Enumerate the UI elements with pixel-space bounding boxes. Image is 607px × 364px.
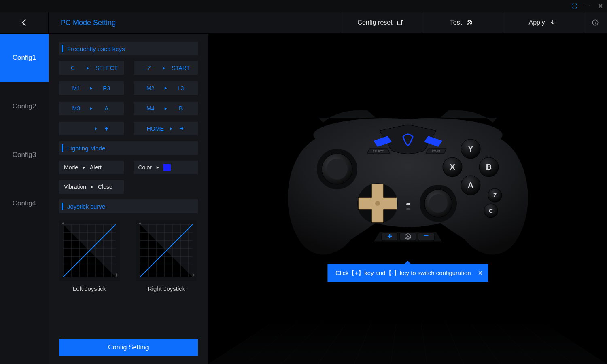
svg-text:B: B bbox=[486, 163, 491, 171]
left-joystick-label: Left Joystick bbox=[73, 285, 106, 292]
section-frequent-keys-label: Frequently used keys bbox=[67, 45, 125, 52]
vibration-dropdown[interactable]: Vibration Close bbox=[59, 180, 124, 194]
keymap-z-start[interactable]: Z START bbox=[134, 61, 198, 75]
topbar: PC Mode Setting Config reset Test Apply bbox=[0, 12, 607, 34]
triangle-right-icon bbox=[90, 185, 94, 189]
keymap-to: START bbox=[172, 65, 190, 71]
section-curve-label: Joystick curve bbox=[67, 203, 105, 210]
triangle-right-icon bbox=[94, 127, 98, 131]
keymap-m1-r3[interactable]: M1 R3 bbox=[59, 81, 124, 95]
config-tab-list: Config1 Config2 Config3 Config4 bbox=[0, 34, 49, 364]
right-joystick-curve[interactable] bbox=[136, 220, 197, 281]
test-label: Test bbox=[450, 19, 462, 26]
keymap-to: L3 bbox=[173, 85, 189, 91]
svg-text:START: START bbox=[431, 150, 441, 153]
keymap-from: Z bbox=[141, 65, 157, 71]
lighting-mode-dropdown[interactable]: Mode Alert bbox=[59, 161, 124, 174]
section-lighting: Lighting Mode bbox=[59, 141, 198, 155]
triangle-right-icon bbox=[86, 66, 90, 70]
svg-point-12 bbox=[375, 201, 380, 206]
svg-point-10 bbox=[429, 194, 448, 213]
triangle-right-icon bbox=[82, 166, 86, 169]
close-button[interactable] bbox=[597, 3, 604, 9]
keymap-to: B bbox=[173, 105, 189, 112]
arrow-right-icon bbox=[179, 126, 185, 131]
apply-button[interactable]: Apply bbox=[502, 12, 583, 33]
controller-preview: SELECT START bbox=[208, 34, 607, 364]
compact-mode-icon[interactable] bbox=[571, 3, 578, 9]
svg-text:SELECT: SELECT bbox=[373, 150, 384, 153]
keymap-from bbox=[73, 125, 89, 132]
lighting-mode-label: Mode bbox=[64, 164, 78, 171]
keymap-m2-l3[interactable]: M2 L3 bbox=[134, 81, 198, 95]
svg-text:−: − bbox=[423, 230, 429, 240]
triangle-right-icon bbox=[89, 107, 93, 110]
triangle-right-icon bbox=[164, 107, 168, 110]
keymap-m4-b[interactable]: M4 B bbox=[134, 102, 198, 115]
svg-text:A: A bbox=[467, 181, 473, 190]
svg-text:Z: Z bbox=[493, 192, 497, 199]
minimize-button[interactable] bbox=[584, 3, 591, 9]
color-swatch bbox=[163, 164, 171, 171]
config-setting-button[interactable]: Config Setting bbox=[59, 339, 198, 356]
settings-panel: Frequently used keys C SELECT Z START M1 bbox=[49, 34, 208, 364]
keymap-blank-up[interactable] bbox=[59, 122, 124, 135]
config-tab-2[interactable]: Config2 bbox=[0, 82, 49, 131]
config-setting-label: Config Setting bbox=[108, 344, 149, 351]
page-title: PC Mode Setting bbox=[49, 12, 340, 33]
svg-rect-26 bbox=[406, 208, 410, 210]
apply-label: Apply bbox=[528, 19, 545, 26]
config-tab-1-label: Config1 bbox=[13, 54, 36, 62]
left-joystick-curve[interactable] bbox=[59, 220, 120, 281]
config-tab-3-label: Config3 bbox=[13, 151, 36, 159]
config-tab-3[interactable]: Config3 bbox=[0, 131, 49, 179]
triangle-right-icon bbox=[162, 66, 166, 70]
lighting-color-dropdown[interactable]: Color bbox=[134, 161, 198, 174]
floor-grid bbox=[208, 323, 607, 364]
svg-text:X: X bbox=[450, 163, 455, 171]
svg-text:C: C bbox=[488, 207, 492, 214]
keymap-c-select[interactable]: C SELECT bbox=[59, 61, 124, 75]
section-lighting-label: Lighting Mode bbox=[67, 145, 105, 152]
lighting-mode-value: Alert bbox=[90, 164, 102, 171]
svg-point-7 bbox=[327, 159, 348, 180]
test-button[interactable]: Test bbox=[421, 12, 502, 33]
keymap-from: C bbox=[65, 65, 81, 71]
controller-image: SELECT START bbox=[278, 102, 537, 264]
keymap-from: M3 bbox=[68, 105, 84, 112]
config-tab-4[interactable]: Config4 bbox=[0, 179, 49, 228]
switch-config-tooltip: Click【+】key and【-】key to switch configur… bbox=[327, 264, 488, 282]
keymap-from: M1 bbox=[68, 85, 84, 91]
config-tab-2-label: Config2 bbox=[13, 102, 36, 110]
keymap-to: A bbox=[99, 105, 114, 112]
keymap-to: R3 bbox=[99, 85, 114, 91]
back-button[interactable] bbox=[0, 12, 49, 33]
vibration-value: Close bbox=[98, 184, 112, 190]
triangle-right-icon bbox=[170, 127, 173, 131]
vibration-label: Vibration bbox=[64, 184, 86, 190]
config-reset-label: Config reset bbox=[357, 19, 392, 26]
lighting-color-label: Color bbox=[138, 164, 152, 171]
svg-text:Y: Y bbox=[468, 144, 473, 153]
config-tab-1[interactable]: Config1 bbox=[0, 34, 49, 82]
config-reset-button[interactable]: Config reset bbox=[340, 12, 421, 33]
section-joystick-curve: Joystick curve bbox=[59, 199, 198, 213]
arrow-up-icon bbox=[104, 126, 109, 131]
info-button[interactable] bbox=[583, 12, 607, 33]
triangle-right-icon bbox=[89, 87, 93, 90]
svg-rect-25 bbox=[406, 203, 410, 205]
keymap-from: M2 bbox=[143, 85, 158, 91]
right-joystick-label: Right Joystick bbox=[148, 285, 185, 292]
window-titlebar bbox=[0, 0, 607, 12]
svg-text:+: + bbox=[387, 232, 392, 241]
keymap-to: SELECT bbox=[96, 65, 117, 71]
keymap-home-right[interactable]: HOME bbox=[134, 122, 198, 135]
keymap-m3-a[interactable]: M3 A bbox=[59, 102, 124, 115]
tooltip-close-icon[interactable]: × bbox=[478, 269, 483, 277]
triangle-right-icon bbox=[164, 87, 168, 90]
keymap-from: HOME bbox=[147, 125, 164, 132]
keymap-from: M4 bbox=[143, 105, 158, 112]
tooltip-text: Click【+】key and【-】key to switch configur… bbox=[335, 269, 471, 277]
section-frequent-keys: Frequently used keys bbox=[59, 42, 198, 55]
triangle-right-icon bbox=[156, 166, 159, 169]
